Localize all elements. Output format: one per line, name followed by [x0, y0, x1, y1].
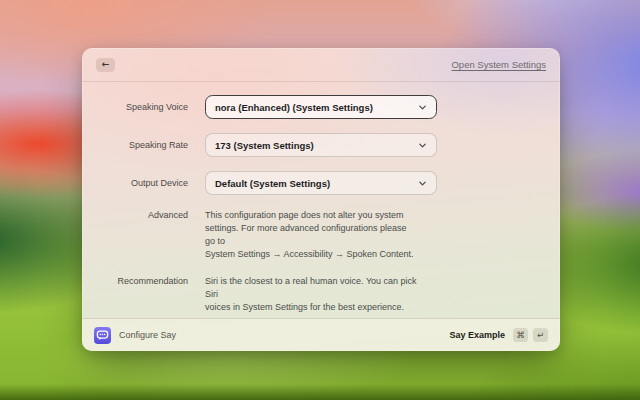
advanced-note-row: Advanced This configuration page does no…	[82, 209, 560, 261]
speaking-rate-row: Speaking Rate 173 (System Settings)	[82, 133, 560, 157]
chevron-down-icon	[418, 179, 427, 188]
configure-say-window: ← Open System Settings Speaking Voice no…	[82, 48, 560, 351]
footer-app-name: Configure Say	[119, 330, 176, 340]
command-key-icon: ⌘	[513, 328, 528, 342]
output-device-label: Output Device	[82, 178, 188, 188]
back-arrow-icon: ←	[102, 60, 110, 69]
speaking-voice-label: Speaking Voice	[82, 102, 188, 112]
say-speech-bubble-icon	[94, 327, 111, 344]
speaking-rate-value: 173 (System Settings)	[215, 140, 314, 151]
advanced-label: Advanced	[82, 209, 188, 220]
window-header: ← Open System Settings	[82, 48, 560, 82]
output-device-row: Output Device Default (System Settings)	[82, 171, 560, 195]
speaking-rate-label: Speaking Rate	[82, 140, 188, 150]
recommendation-note-row: Recommendation Siri is the closest to a …	[82, 275, 560, 314]
speaking-voice-value: nora (Enhanced) (System Settings)	[215, 102, 373, 113]
output-device-dropdown[interactable]: Default (System Settings)	[205, 171, 437, 195]
advanced-note-text: This configuration page does not alter y…	[205, 209, 419, 261]
say-example-action[interactable]: Say Example ⌘ ↵	[449, 328, 548, 342]
form-content: Speaking Voice nora (Enhanced) (System S…	[82, 82, 560, 314]
recommendation-label: Recommendation	[82, 275, 188, 286]
recommendation-note-text: Siri is the closest to a real human voic…	[205, 275, 419, 314]
open-system-settings-link[interactable]: Open System Settings	[451, 59, 546, 70]
back-button[interactable]: ←	[96, 58, 115, 72]
speaking-rate-dropdown[interactable]: 173 (System Settings)	[205, 133, 437, 157]
chevron-down-icon	[418, 103, 427, 112]
output-device-value: Default (System Settings)	[215, 178, 330, 189]
return-key-icon: ↵	[533, 328, 548, 342]
say-example-label: Say Example	[449, 330, 505, 340]
speaking-voice-row: Speaking Voice nora (Enhanced) (System S…	[82, 95, 560, 119]
action-bar: Configure Say Say Example ⌘ ↵	[82, 318, 560, 351]
chevron-down-icon	[418, 141, 427, 150]
speaking-voice-dropdown[interactable]: nora (Enhanced) (System Settings)	[205, 95, 437, 119]
